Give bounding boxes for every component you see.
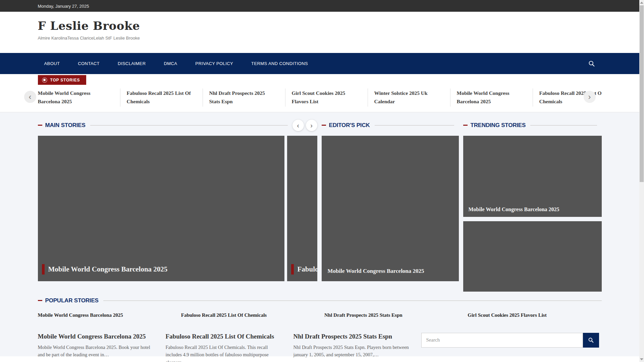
main-nav: ABOUT CONTACT DISCLAIMER DMCA PRIVACY PO… — [0, 53, 639, 74]
carousel-slide-partial[interactable]: Fabuloso Recall 2025 List Of Chemicals — [287, 136, 317, 281]
ticker-item[interactable]: Mobile World Congress Barcelona 2025 — [450, 88, 533, 107]
heading-dash — [322, 125, 326, 126]
popular-link[interactable]: Fabuloso Recall 2025 List Of Chemicals — [181, 312, 315, 318]
search-icon[interactable] — [585, 57, 598, 70]
editors-pick-section: EDITOR'S PICK Mobile World Congress Barc… — [322, 120, 459, 281]
ticker-item[interactable]: Winter Solstice 2025 Uk Calendar — [368, 88, 450, 107]
nav-list: ABOUT CONTACT DISCLAIMER DMCA PRIVACY PO… — [35, 53, 317, 74]
main-stories-section: MAIN STORIES ‹ › Mobile World Congress B… — [38, 120, 317, 281]
top-stories-badge-label: TOP STORIES — [50, 78, 80, 82]
title-accent-bar — [42, 264, 45, 275]
carousel-slide[interactable]: Mobile World Congress Barcelona 2025 — [38, 136, 284, 281]
editors-pick-story-image[interactable]: Mobile World Congress Barcelona 2025 — [322, 136, 459, 281]
main-stories-heading: MAIN STORIES — [45, 122, 86, 129]
popular-link[interactable]: Nhl Draft Prospects 2025 Stats Espn — [324, 312, 458, 318]
popular-stories-header: POPULAR STORIES — [38, 295, 602, 306]
heading-divider — [90, 125, 288, 126]
site-tagline: Almire KarolinaTessa ClariceLelah StF Le… — [38, 36, 602, 41]
editors-pick-heading: EDITOR'S PICK — [329, 122, 370, 129]
article-title[interactable]: Mobile World Congress Barcelona 2025 — [38, 333, 154, 340]
title-accent-bar — [291, 264, 294, 275]
search-widget — [421, 333, 599, 348]
nav-item-disclaimer[interactable]: DISCLAIMER — [109, 53, 155, 74]
trending-story-image[interactable] — [463, 221, 602, 292]
main-content: MAIN STORIES ‹ › Mobile World Congress B… — [0, 112, 639, 356]
heading-dash — [463, 125, 468, 126]
top-bar: Monday, January 27, 2025 — [0, 0, 639, 12]
trending-stories-section: TRENDING STORIES Mobile World Congress B… — [463, 120, 602, 292]
article-card: Mobile World Congress Barcelona 2025 Mob… — [38, 333, 154, 362]
chevron-left-icon: ‹ — [297, 122, 299, 129]
popular-stories-heading: POPULAR STORIES — [45, 297, 99, 304]
nav-item-privacy-policy[interactable]: PRIVACY POLICY — [186, 53, 242, 74]
sidebar: Random Posts — [421, 333, 599, 362]
nav-item-contact[interactable]: CONTACT — [69, 53, 109, 74]
article-excerpt: Mobile World Congress Barcelona 2025. Bo… — [38, 344, 154, 359]
chevron-left-icon: ‹ — [29, 93, 32, 101]
article-card: Nhl Draft Prospects 2025 Stats Espn Nhl … — [293, 333, 410, 362]
search-icon — [588, 337, 594, 343]
search-submit-button[interactable] — [583, 333, 599, 348]
article-title[interactable]: Nhl Draft Prospects 2025 Stats Espn — [293, 333, 410, 340]
article-card: Fabuloso Recall 2025 List Of Chemicals F… — [166, 333, 282, 362]
ticker-next-button[interactable]: › — [584, 91, 596, 103]
ticker-item[interactable]: Mobile World Congress Barcelona 2025 — [38, 88, 120, 107]
story-caption[interactable]: Mobile World Congress Barcelona 2025 — [469, 206, 559, 213]
carousel-next-button[interactable]: › — [306, 120, 317, 131]
chevron-right-icon: › — [588, 93, 591, 101]
popular-links: Mobile World Congress Barcelona 2025 Fab… — [38, 312, 602, 318]
search-input[interactable] — [421, 333, 583, 348]
story-caption[interactable]: Mobile World Congress Barcelona 2025 — [328, 268, 424, 275]
site-title[interactable]: F Leslie Brooke — [38, 19, 602, 33]
bullseye-icon — [42, 77, 47, 83]
heading-divider — [375, 125, 454, 126]
article-excerpt: Nhl Draft Prospects 2025 Stats Espn. Pla… — [293, 344, 410, 359]
current-date: Monday, January 27, 2025 — [38, 4, 89, 9]
heading-dash — [38, 125, 42, 126]
carousel-prev-button[interactable]: ‹ — [292, 120, 304, 131]
chevron-right-icon: › — [310, 122, 313, 129]
trending-stories-heading: TRENDING STORIES — [471, 122, 526, 129]
scrollbar-down-arrow[interactable] — [640, 358, 643, 360]
slide-title[interactable]: Fabuloso Recall 2025 List Of Chemicals — [298, 265, 317, 274]
scrollbar — [639, 0, 644, 362]
slide-title[interactable]: Mobile World Congress Barcelona 2025 — [48, 265, 168, 274]
ticker-item[interactable]: Girl Scout Cookies 2025 Flavors List — [285, 88, 368, 107]
trending-story-image[interactable]: Mobile World Congress Barcelona 2025 — [463, 136, 602, 217]
heading-divider — [103, 300, 602, 301]
ticker-item[interactable]: Fabuloso Recall 2025 List Of Chemicals — [120, 88, 203, 107]
heading-divider — [530, 125, 597, 126]
ticker-item[interactable]: Nhl Draft Prospects 2025 Stats Espn — [203, 88, 285, 107]
page: Monday, January 27, 2025 F Leslie Brooke… — [0, 0, 639, 356]
ticker-row: Mobile World Congress Barcelona 2025 Fab… — [38, 88, 602, 107]
article-excerpt: Fabuloso Recall 2025 List Of Chemicals. … — [166, 344, 282, 362]
top-stories-badge: TOP STORIES — [38, 75, 87, 85]
popular-link[interactable]: Girl Scout Cookies 2025 Flavors List — [468, 312, 601, 318]
nav-item-terms-and-conditions[interactable]: TERMS AND CONDITIONS — [242, 53, 317, 74]
site-header: F Leslie Brooke Almire KarolinaTessa Cla… — [0, 12, 639, 53]
main-stories-carousel: Mobile World Congress Barcelona 2025 Fab… — [38, 136, 317, 281]
scrollbar-thumb[interactable] — [640, 5, 644, 182]
top-stories-ticker: TOP STORIES Mobile World Congress Barcel… — [0, 74, 639, 112]
ticker-prev-button[interactable]: ‹ — [24, 91, 36, 103]
heading-dash — [38, 300, 42, 301]
article-title[interactable]: Fabuloso Recall 2025 List Of Chemicals — [166, 333, 282, 340]
popular-link[interactable]: Mobile World Congress Barcelona 2025 — [38, 312, 172, 318]
nav-item-about[interactable]: ABOUT — [35, 53, 69, 74]
nav-item-dmca[interactable]: DMCA — [155, 53, 186, 74]
scrollbar-up-arrow[interactable] — [640, 2, 643, 4]
